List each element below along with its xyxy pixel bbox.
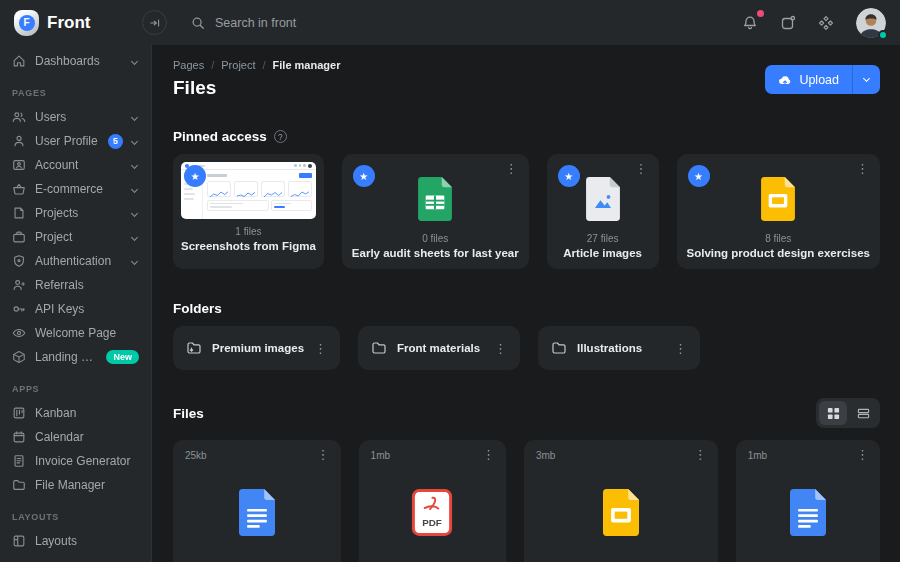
kebab-menu-button[interactable]: ⋮ [856, 448, 869, 461]
chevron-down-icon [131, 161, 138, 168]
sidebar-item-user-profile[interactable]: User Profile 5 [0, 129, 151, 153]
star-badge[interactable]: ★ [688, 165, 710, 187]
sidebar-item-layouts[interactable]: Layouts [0, 529, 151, 553]
kebab-menu-button[interactable]: ⋮ [482, 448, 495, 461]
file-card-wordpress-theme[interactable]: 3mb ⋮ WordPress theme presentation Updat… [524, 440, 718, 562]
person-plus-icon [12, 278, 26, 292]
kebab-menu-button[interactable]: ⋮ [494, 342, 507, 355]
grid-view-icon [827, 407, 840, 420]
pinned-card-design-exercises[interactable]: ★ ⋮ 8 files Solving product design exerc… [677, 154, 880, 269]
sidebar-item-landing-page[interactable]: Landing Page New [0, 345, 151, 369]
upload-button[interactable]: Upload [765, 65, 852, 94]
sidebar-item-users[interactable]: Users [0, 105, 151, 129]
folders-section: Folders Premium images ⋮ Front materials… [173, 301, 880, 370]
list-view-icon [857, 407, 870, 420]
sidebar-item-api-keys[interactable]: API Keys [0, 297, 151, 321]
kebab-menu-button[interactable]: ⋮ [635, 162, 648, 175]
kebab-menu-button[interactable]: ⋮ [317, 448, 330, 461]
chevron-down-icon [131, 113, 138, 120]
file-card-wordpress-contract[interactable]: 25kb ⋮ WordPress contract terms Updated … [173, 440, 341, 562]
sidebar-item-calendar[interactable]: Calendar [0, 425, 151, 449]
chevron-down-icon [131, 209, 138, 216]
sidebar: Dashboards PAGES Users User Profile 5 Ac… [0, 45, 152, 562]
sidebar-item-file-manager[interactable]: File Manager [0, 473, 151, 497]
kebab-menu-button[interactable]: ⋮ [314, 342, 327, 355]
navbar-actions [742, 8, 900, 38]
pinned-files-count: 0 files [422, 233, 448, 244]
sidebar-item-kanban[interactable]: Kanban [0, 401, 151, 425]
file-size: 1mb [371, 450, 494, 461]
sidebar-item-invoice-generator[interactable]: Invoice Generator [0, 449, 151, 473]
briefcase-icon [12, 230, 26, 244]
top-navbar: F Front [0, 0, 900, 45]
file-size: 3mb [536, 450, 706, 461]
google-slides-icon [761, 177, 795, 221]
key-icon [12, 302, 26, 316]
file-card-untitled[interactable]: 1mb ⋮ Untitled Updated 5 hours ago [736, 440, 880, 562]
sidebar-item-project[interactable]: Project [0, 225, 151, 249]
folder-icon [12, 478, 26, 492]
google-slides-icon [603, 489, 639, 536]
file-card-dashboard-layout[interactable]: 1mb ⋮ PDF Dashboard layout flow Updated … [359, 440, 506, 562]
chevron-down-icon [131, 257, 138, 264]
breadcrumb-pages[interactable]: Pages [173, 59, 204, 71]
page-header: Pages / Project / File manager Files Upl… [173, 59, 880, 99]
pinned-card-screenshots[interactable]: ★ [173, 154, 324, 269]
kanban-icon [12, 406, 26, 420]
folder-name: Premium images [212, 342, 304, 354]
pinned-files-count: 1 files [235, 226, 261, 237]
grid-view-button[interactable] [819, 401, 847, 425]
user-avatar[interactable] [856, 8, 886, 38]
folder-card-front-materials[interactable]: Front materials ⋮ [358, 326, 520, 370]
online-status-dot [878, 30, 888, 40]
sidebar-item-authentication[interactable]: Authentication [0, 249, 151, 273]
sidebar-item-ecommerce[interactable]: E-commerce [0, 177, 151, 201]
chevron-down-icon [131, 185, 138, 192]
sidebar-item-referrals[interactable]: Referrals [0, 273, 151, 297]
upload-dropdown-toggle[interactable] [852, 65, 880, 94]
pdf-file-icon: PDF [411, 489, 453, 536]
kebab-menu-button[interactable]: ⋮ [694, 448, 707, 461]
help-icon[interactable]: ? [274, 130, 287, 143]
breadcrumb-project[interactable]: Project [221, 59, 255, 71]
notifications-button[interactable] [742, 15, 758, 31]
folders-grid: Premium images ⋮ Front materials ⋮ Illus… [173, 326, 880, 370]
kebab-menu-button[interactable]: ⋮ [856, 162, 869, 175]
brand-name: Front [47, 13, 90, 33]
folder-card-premium-images[interactable]: Premium images ⋮ [173, 326, 340, 370]
search-input[interactable] [215, 16, 455, 30]
pinned-card-audit-sheets[interactable]: ★ ⋮ 0 files Early audit sheets for last … [342, 154, 529, 269]
kebab-menu-button[interactable]: ⋮ [505, 162, 518, 175]
widgets-button[interactable] [818, 15, 834, 31]
folder-card-illustrations[interactable]: Illustrations ⋮ [538, 326, 700, 370]
brand[interactable]: F Front [0, 10, 138, 36]
widgets-diamonds-icon [818, 15, 834, 31]
user-profile-badge: 5 [108, 134, 123, 149]
folder-download-icon [186, 340, 202, 356]
sidebar-section-pages: PAGES [0, 88, 151, 98]
sidebar-item-projects[interactable]: Projects [0, 201, 151, 225]
sidebar-item-account[interactable]: Account [0, 153, 151, 177]
pinned-card-article-images[interactable]: ★ ⋮ 27 files Article images [547, 154, 659, 269]
sidebar-collapse-button[interactable] [142, 10, 167, 35]
pinned-card-name: Early audit sheets for last year [352, 247, 519, 259]
star-badge[interactable]: ★ [558, 165, 580, 187]
view-toggle [816, 398, 880, 428]
activity-button[interactable] [780, 15, 796, 31]
kebab-menu-button[interactable]: ⋮ [674, 342, 687, 355]
pinned-card-name: Screenshots from Figma [181, 240, 316, 252]
pinned-card-name: Solving product design exercises [687, 247, 870, 259]
sidebar-section-layouts: LAYOUTS [0, 512, 151, 522]
list-view-button[interactable] [849, 401, 877, 425]
file-size: 1mb [748, 450, 868, 461]
notification-dot [757, 10, 764, 17]
cube-icon [12, 350, 26, 364]
breadcrumb: Pages / Project / File manager [173, 59, 340, 71]
sidebar-item-welcome-page[interactable]: Welcome Page [0, 321, 151, 345]
sidebar-item-dashboards[interactable]: Dashboards [0, 49, 151, 73]
shield-icon [12, 254, 26, 268]
pinned-access-title: Pinned access ? [173, 129, 880, 144]
pinned-files-count: 27 files [587, 233, 619, 244]
star-badge[interactable]: ★ [184, 165, 206, 187]
star-badge[interactable]: ★ [353, 165, 375, 187]
